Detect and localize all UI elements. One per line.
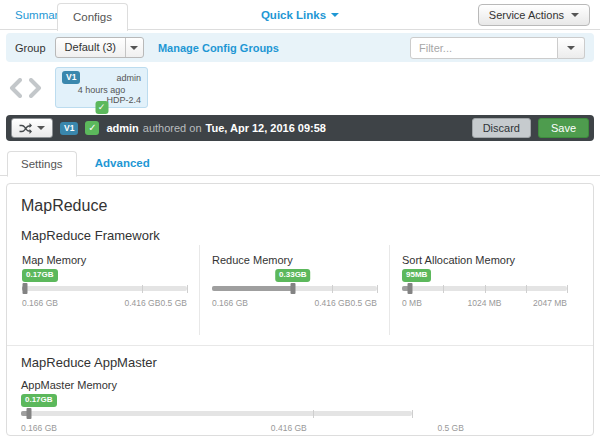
group-label: Group (15, 42, 46, 54)
discard-button[interactable]: Discard (472, 118, 531, 138)
service-actions-label: Service Actions (489, 9, 564, 21)
reduce-memory-slider: 0.33GB 0.166 GB 0.416 GB 0.5 GB (212, 269, 377, 310)
config-label: AppMaster Memory (21, 379, 579, 391)
slider-track[interactable] (21, 411, 412, 416)
shuffle-icon (19, 123, 32, 134)
tick-label: 0.416 GB (271, 423, 307, 433)
tick-label: 1024 MB (467, 298, 501, 308)
tick-label: 0.166 GB (212, 298, 248, 308)
slider-value-badge: 95MB (402, 269, 431, 282)
tick-label: 0 MB (402, 298, 422, 308)
tick-label: 0.5 GB (351, 298, 377, 308)
caret-down-icon (567, 46, 575, 50)
config-label: Map Memory (22, 254, 187, 266)
quick-links-label: Quick Links (261, 9, 326, 21)
slider-handle[interactable] (26, 408, 31, 419)
appmaster-memory-slider: 0.17GB 0.166 GB 0.416 GB 0.5 GB (21, 394, 579, 435)
slider-value-badge: 0.33GB (275, 269, 311, 282)
slider-tick (142, 285, 143, 293)
current-version-check-icon: ✓ (95, 101, 108, 114)
version-badge: V1 (62, 71, 80, 84)
current-version-badge: V1 (60, 122, 78, 135)
caret-down-icon (571, 13, 579, 17)
tick-label: 0.416 GB (314, 298, 350, 308)
slider-tick (485, 285, 486, 293)
filter-input[interactable] (410, 37, 558, 59)
selected-group: Default (3) (56, 38, 125, 57)
config-label: Reduce Memory (212, 254, 377, 266)
ambari-service-configs-page: Summary Configs Quick Links Service Acti… (0, 0, 600, 436)
slider-tick (377, 285, 378, 293)
caret-down-icon (130, 46, 138, 50)
config-map-memory: Map Memory 0.17GB 0.166 GB 0.416 GB 0.5 … (21, 245, 199, 335)
slider-scale: 0.166 GB 0.416 GB 0.5 GB (212, 298, 377, 310)
version-info-bar: V1 ✓ admin authored on Tue, Apr 12, 2016… (6, 115, 594, 141)
slider-scale: 0 MB 1024 MB 2047 MB (402, 298, 567, 310)
slider-tick (332, 285, 333, 293)
tick-label: 0.166 GB (21, 423, 57, 433)
version-card[interactable]: V1 admin 4 hours ago HDP-2.4 ✓ (55, 67, 148, 108)
tab-configs-active[interactable]: Configs (57, 3, 128, 31)
authored-on-text: authored on (143, 122, 202, 134)
tab-advanced[interactable]: Advanced (95, 150, 150, 176)
service-nav-tabs: Summary Configs Quick Links Service Acti… (0, 0, 600, 30)
tick-label: 2047 MB (533, 298, 567, 308)
authored-timestamp: Tue, Apr 12, 2016 09:58 (206, 122, 326, 134)
panel-title: MapReduce (21, 197, 579, 215)
slider-scale: 0.166 GB 0.416 GB 0.5 GB (22, 298, 187, 310)
framework-slider-columns: Map Memory 0.17GB 0.166 GB 0.416 GB 0.5 … (21, 245, 579, 335)
filter-dropdown-button[interactable] (558, 37, 585, 59)
tab-settings-active[interactable]: Settings (7, 151, 77, 177)
previous-versions-icon[interactable] (9, 78, 22, 100)
slider-handle[interactable] (23, 283, 28, 294)
slider-handle[interactable] (408, 283, 413, 294)
slider-handle[interactable] (290, 283, 295, 294)
slider-track[interactable] (212, 286, 377, 291)
map-memory-slider: 0.17GB 0.166 GB 0.416 GB 0.5 GB (22, 269, 187, 310)
section-title-framework: MapReduce Framework (21, 228, 579, 243)
settings-panel: MapReduce MapReduce Framework Map Memory… (6, 183, 594, 436)
compare-versions-button[interactable] (11, 118, 53, 138)
sort-allocation-memory-slider: 95MB 0 MB 1024 MB 2047 MB (402, 269, 567, 310)
slider-tick (567, 285, 568, 293)
config-appmaster-memory: AppMaster Memory 0.17GB 0.166 GB 0.416 G… (21, 379, 579, 435)
config-version-strip: V1 admin 4 hours ago HDP-2.4 ✓ (0, 62, 600, 115)
section-divider (7, 345, 593, 346)
tick-label: 0.416 GB (124, 298, 160, 308)
tick-label: 0.166 GB (22, 298, 58, 308)
version-time-ago: 4 hours ago (62, 85, 141, 95)
save-button[interactable]: Save (538, 118, 589, 138)
author-name: admin (106, 122, 138, 134)
config-sub-tabs: Settings Advanced (0, 150, 600, 176)
slider-track[interactable] (22, 286, 187, 291)
version-authored-text: admin authored on Tue, Apr 12, 2016 09:5… (106, 122, 326, 134)
slider-tick (443, 285, 444, 293)
config-group-select[interactable]: Default (3) (55, 37, 144, 58)
tick-label: 0.5 GB (161, 298, 187, 308)
slider-tick (412, 410, 413, 418)
config-reduce-memory: Reduce Memory 0.33GB 0.166 GB 0.416 GB 0… (199, 245, 389, 335)
group-select-caret-button[interactable] (125, 38, 143, 57)
filter-group (410, 37, 585, 59)
slider-tick (313, 410, 314, 418)
config-sort-allocation-memory: Sort Allocation Memory 95MB 0 MB 1024 MB (389, 245, 579, 335)
slider-scale: 0.166 GB 0.416 GB 0.5 GB (21, 423, 579, 435)
caret-down-icon (331, 13, 339, 17)
manage-config-groups-link[interactable]: Manage Config Groups (158, 42, 279, 54)
caret-down-icon (37, 126, 45, 130)
config-label: Sort Allocation Memory (402, 254, 567, 266)
slider-fill (212, 286, 293, 291)
slider-tick (526, 285, 527, 293)
slider-value-badge: 0.17GB (22, 269, 58, 282)
section-title-appmaster: MapReduce AppMaster (21, 355, 579, 370)
config-group-bar: Group Default (3) Manage Config Groups (6, 33, 594, 62)
slider-value-badge: 0.17GB (21, 394, 57, 407)
quick-links-dropdown[interactable]: Quick Links (261, 9, 339, 21)
next-versions-icon[interactable] (29, 78, 42, 100)
service-actions-button[interactable]: Service Actions (478, 4, 590, 26)
version-author: admin (116, 73, 141, 83)
check-icon: ✓ (85, 121, 99, 135)
slider-tick (187, 285, 188, 293)
slider-track[interactable] (402, 286, 567, 291)
tick-label: 0.5 GB (437, 423, 463, 433)
